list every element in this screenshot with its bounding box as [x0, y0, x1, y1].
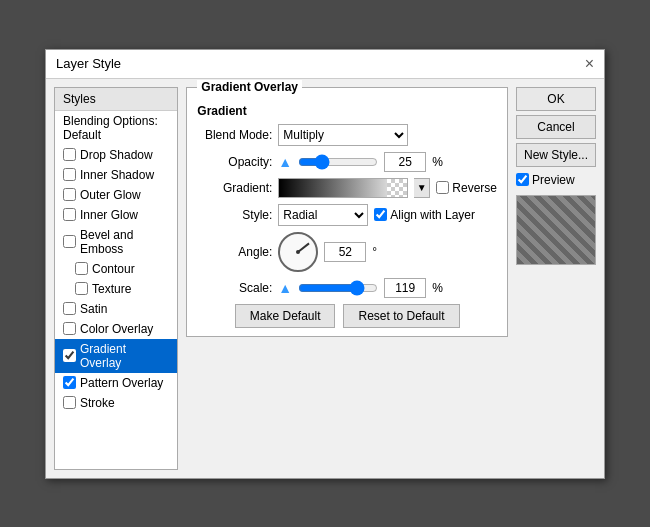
blending-options-label: Blending Options: Default	[63, 114, 169, 142]
gradient-dropdown-button[interactable]: ▼	[414, 178, 430, 198]
gradient-overlay-label: Gradient Overlay	[80, 342, 169, 370]
texture-label: Texture	[92, 282, 131, 296]
opacity-slider-icon: ▲	[278, 154, 292, 170]
blend-mode-select[interactable]: Multiply Normal Screen Overlay	[278, 124, 408, 146]
pattern-overlay-label: Pattern Overlay	[80, 376, 163, 390]
preview-checkbox[interactable]	[516, 173, 529, 186]
left-panel: Styles Blending Options: Default Drop Sh…	[54, 87, 178, 470]
bevel-emboss-label: Bevel and Emboss	[80, 228, 169, 256]
style-label: Style:	[197, 208, 272, 222]
contour-label: Contour	[92, 262, 135, 276]
inner-shadow-checkbox[interactable]	[63, 168, 76, 181]
sidebar-item-bevel-emboss[interactable]: Bevel and Emboss	[55, 225, 177, 259]
pattern-overlay-checkbox[interactable]	[63, 376, 76, 389]
scale-row: Scale: ▲ %	[197, 278, 497, 298]
ok-button[interactable]: OK	[516, 87, 596, 111]
title-bar: Layer Style ×	[46, 50, 604, 79]
align-checkbox[interactable]	[374, 208, 387, 221]
texture-checkbox[interactable]	[75, 282, 88, 295]
drop-shadow-label: Drop Shadow	[80, 148, 153, 162]
blend-mode-row: Blend Mode: Multiply Normal Screen Overl…	[197, 124, 497, 146]
sidebar-item-inner-shadow[interactable]: Inner Shadow	[55, 165, 177, 185]
opacity-slider[interactable]	[298, 154, 378, 170]
right-panel: OK Cancel New Style... Preview	[516, 87, 596, 470]
inner-glow-checkbox[interactable]	[63, 208, 76, 221]
sidebar-item-gradient-overlay[interactable]: Gradient Overlay	[55, 339, 177, 373]
angle-input[interactable]	[324, 242, 366, 262]
satin-checkbox[interactable]	[63, 302, 76, 315]
color-overlay-checkbox[interactable]	[63, 322, 76, 335]
satin-label: Satin	[80, 302, 107, 316]
gradient-bar[interactable]	[278, 178, 408, 198]
opacity-row: Opacity: ▲ %	[197, 152, 497, 172]
reverse-checkbox[interactable]	[436, 181, 449, 194]
dialog-title: Layer Style	[56, 56, 121, 71]
opacity-input[interactable]	[384, 152, 426, 172]
inner-glow-label: Inner Glow	[80, 208, 138, 222]
preview-label: Preview	[532, 173, 575, 187]
styles-header: Styles	[55, 88, 177, 111]
sidebar-item-pattern-overlay[interactable]: Pattern Overlay	[55, 373, 177, 393]
gradient-overlay-checkbox[interactable]	[63, 349, 76, 362]
cancel-button[interactable]: Cancel	[516, 115, 596, 139]
gradient-checker	[387, 179, 407, 197]
gradient-row: Gradient: ▼ Reverse	[197, 178, 497, 198]
color-overlay-label: Color Overlay	[80, 322, 153, 336]
main-panel: Gradient Overlay Gradient Blend Mode: Mu…	[186, 87, 508, 470]
sub-title: Gradient	[197, 104, 497, 118]
scale-slider[interactable]	[298, 280, 378, 296]
angle-dial[interactable]	[278, 232, 318, 272]
align-label: Align with Layer	[390, 208, 475, 222]
opacity-unit: %	[432, 155, 443, 169]
sidebar-item-blending-options[interactable]: Blending Options: Default	[55, 111, 177, 145]
opacity-label: Opacity:	[197, 155, 272, 169]
stroke-checkbox[interactable]	[63, 396, 76, 409]
preview-box	[516, 195, 596, 265]
preview-row: Preview	[516, 173, 596, 187]
reverse-row: Reverse	[436, 181, 497, 195]
scale-unit: %	[432, 281, 443, 295]
sidebar-item-contour[interactable]: Contour	[55, 259, 177, 279]
sidebar-item-stroke[interactable]: Stroke	[55, 393, 177, 413]
style-select[interactable]: Radial Linear Angle Reflected Diamond	[278, 204, 368, 226]
gradient-label: Gradient:	[197, 181, 272, 195]
inner-shadow-label: Inner Shadow	[80, 168, 154, 182]
contour-checkbox[interactable]	[75, 262, 88, 275]
reset-to-default-button[interactable]: Reset to Default	[343, 304, 459, 328]
sidebar-item-drop-shadow[interactable]: Drop Shadow	[55, 145, 177, 165]
style-row: Style: Radial Linear Angle Reflected Dia…	[197, 204, 497, 226]
group-title: Gradient Overlay	[197, 80, 302, 94]
bevel-emboss-checkbox[interactable]	[63, 235, 76, 248]
scale-input[interactable]	[384, 278, 426, 298]
new-style-button[interactable]: New Style...	[516, 143, 596, 167]
blend-mode-label: Blend Mode:	[197, 128, 272, 142]
reverse-label: Reverse	[452, 181, 497, 195]
angle-row: Angle: °	[197, 232, 497, 272]
make-default-button[interactable]: Make Default	[235, 304, 336, 328]
dial-center-dot	[296, 250, 300, 254]
scale-label: Scale:	[197, 281, 272, 295]
angle-label: Angle:	[197, 245, 272, 259]
layer-style-dialog: Layer Style × Styles Blending Options: D…	[45, 49, 605, 479]
sidebar-item-texture[interactable]: Texture	[55, 279, 177, 299]
stroke-label: Stroke	[80, 396, 115, 410]
gradient-overlay-group: Gradient Overlay Gradient Blend Mode: Mu…	[186, 87, 508, 337]
drop-shadow-checkbox[interactable]	[63, 148, 76, 161]
sidebar-item-satin[interactable]: Satin	[55, 299, 177, 319]
sidebar-item-color-overlay[interactable]: Color Overlay	[55, 319, 177, 339]
outer-glow-checkbox[interactable]	[63, 188, 76, 201]
sidebar-item-inner-glow[interactable]: Inner Glow	[55, 205, 177, 225]
align-row: Align with Layer	[374, 208, 475, 222]
outer-glow-label: Outer Glow	[80, 188, 141, 202]
sidebar-item-outer-glow[interactable]: Outer Glow	[55, 185, 177, 205]
action-buttons-row: Make Default Reset to Default	[197, 304, 497, 328]
close-button[interactable]: ×	[585, 56, 594, 72]
angle-unit: °	[372, 245, 377, 259]
scale-slider-icon: ▲	[278, 280, 292, 296]
dialog-body: Styles Blending Options: Default Drop Sh…	[46, 79, 604, 478]
